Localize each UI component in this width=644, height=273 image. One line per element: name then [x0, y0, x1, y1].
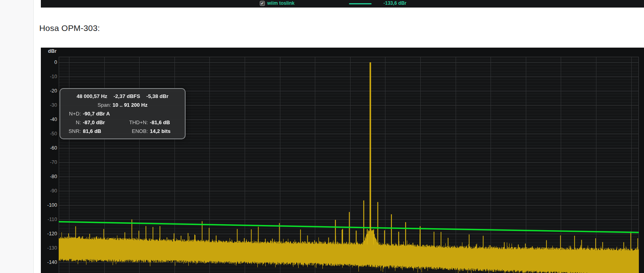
legend-color-line: [349, 3, 372, 4]
y-axis-tick-label: -90: [41, 188, 57, 194]
measurement-tooltip[interactable]: 48 000,57 Hz -2,37 dBFS -5,38 dBr Span: …: [59, 88, 186, 139]
y-axis-tick-label: -30: [41, 102, 57, 108]
checkmark-icon: ✔: [261, 1, 264, 6]
tooltip-dbr: -5,38 dBr: [146, 93, 169, 99]
y-axis-tick-label: -70: [41, 159, 57, 165]
tooltip-nd-label: N+D:: [64, 110, 83, 118]
page-left-gutter: [0, 0, 34, 273]
legend-checkbox[interactable]: ✔: [260, 1, 265, 6]
tooltip-thdn-value: -81,6 dB: [150, 119, 181, 127]
analyzer-legend-bar: ✔ wiim toslink -133,6 dBr: [41, 0, 644, 8]
y-axis-tick-label: -120: [41, 231, 57, 237]
tooltip-enob-value: 14,2 bits: [150, 127, 181, 135]
tooltip-cursor-readout: 48 000,57 Hz -2,37 dBFS -5,38 dBr: [64, 92, 181, 100]
legend-level-readout: -133,6 dBr: [383, 0, 406, 6]
tooltip-span-value: 10 .. 91 200 Hz: [113, 102, 148, 108]
page-title: Hosa OPM-303:: [39, 23, 100, 33]
tooltip-nd-value: -90,7 dBr A: [83, 110, 181, 118]
y-axis-tick-label: -10: [41, 73, 57, 80]
tooltip-snr-label: SNR:: [64, 127, 83, 135]
tooltip-frequency: 48 000,57 Hz: [77, 93, 107, 99]
tooltip-thdn-label: THD+N:: [125, 119, 150, 127]
legend-series-label: wiim toslink: [267, 0, 295, 6]
y-axis-tick-label: -140: [41, 259, 57, 265]
tooltip-n-label: N:: [64, 119, 83, 127]
y-axis-tick-label: -100: [41, 202, 57, 208]
spectrum-chart: dBr 0-10-20-30-40-50-60-70-80-90-100-110…: [41, 48, 644, 273]
tooltip-span-row: Span: 10 .. 91 200 Hz: [64, 101, 181, 109]
y-axis-tick-label: -20: [41, 88, 57, 94]
forum-page: ✔ wiim toslink -133,6 dBr Hosa OPM-303: …: [0, 0, 644, 273]
y-axis-tick-label: -60: [41, 145, 57, 151]
y-axis-tick-label: -40: [41, 116, 57, 123]
y-axis-tick-label: -80: [41, 173, 57, 180]
y-axis-tick-label: -50: [41, 131, 57, 137]
tooltip-dbfs: -2,37 dBFS: [113, 93, 140, 99]
tooltip-n-value: -87,0 dBr: [83, 119, 125, 127]
y-axis-tick-label: -110: [41, 216, 57, 223]
y-axis-tick-label: 0: [41, 59, 57, 65]
tooltip-enob-label: ENOB:: [125, 127, 150, 135]
y-axis-tick-label: -130: [41, 245, 57, 251]
y-axis-title: dBr: [48, 48, 57, 54]
tooltip-snr-value: 81,6 dB: [83, 127, 125, 135]
tooltip-span-label: Span:: [98, 102, 111, 108]
